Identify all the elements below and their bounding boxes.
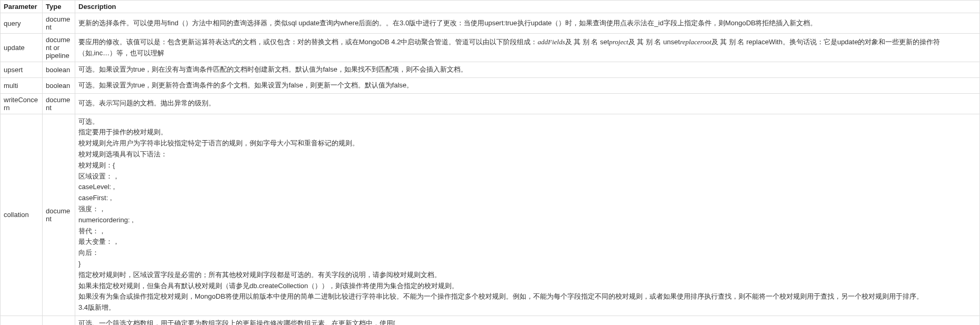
- type-cell: document or pipeline: [43, 34, 75, 62]
- desc-text: 要应用的修改。该值可以是：包含更新运算符表达式的文档，或仅包含：对的替换文档，或…: [78, 38, 538, 46]
- type-cell: document: [43, 13, 75, 34]
- header-parameter: Parameter: [1, 1, 43, 13]
- table-row: update document or pipeline 要应用的修改。该值可以是…: [1, 34, 980, 62]
- desc-cell: 可选。表示写问题的文档。抛出异常的级别。: [75, 93, 980, 114]
- param-cell: upsert: [1, 62, 43, 78]
- type-cell: boolean: [43, 77, 75, 93]
- param-cell: query: [1, 13, 43, 34]
- table-row: query document 更新的选择条件。可以使用与find（）方法中相同的…: [1, 13, 980, 34]
- table-row: upsert boolean 可选。如果设置为true，则在没有与查询条件匹配的…: [1, 62, 980, 78]
- desc-cell: 可选。如果设置为true，则更新符合查询条件的多个文档。如果设置为false，则…: [75, 77, 980, 93]
- table-row: writeConcern document 可选。表示写问题的文档。抛出异常的级…: [1, 93, 980, 114]
- desc-cell: 更新的选择条件。可以使用与find（）方法中相同的查询选择器，类似sql upd…: [75, 13, 980, 34]
- param-cell: arrayFilters: [1, 316, 43, 325]
- param-cell: writeConcern: [1, 93, 43, 114]
- desc-text: 及 其 别 名 unset: [628, 38, 680, 46]
- stage-project: project: [609, 38, 628, 46]
- desc-cell: 可选。一个筛选文档数组，用于确定要为数组字段上的更新操作修改哪些数组元素。在更新…: [75, 316, 980, 325]
- param-cell: multi: [1, 77, 43, 93]
- header-row: Parameter Type Description: [1, 1, 980, 13]
- desc-line: 可选。一个筛选文档数组，用于确定要为数组字段上的更新操作修改哪些数组元素。在更新…: [78, 318, 976, 325]
- desc-cell: 可选。如果设置为true，则在没有与查询条件匹配的文档时创建新文档。默认值为fa…: [75, 62, 980, 78]
- param-cell: update: [1, 34, 43, 62]
- type-cell: array: [43, 316, 75, 325]
- header-description: Description: [75, 1, 980, 13]
- table-row: collation document 可选。 指定要用于操作的校对规则。 校对规…: [1, 114, 980, 316]
- stage-addfields: addFields: [538, 38, 565, 46]
- desc-cell: 要应用的修改。该值可以是：包含更新运算符表达式的文档，或仅包含：对的替换文档，或…: [75, 34, 980, 62]
- desc-cell: 可选。 指定要用于操作的校对规则。 校对规则允许用户为字符串比较指定特定于语言的…: [75, 114, 980, 316]
- desc-text: 及 其 别 名 set: [565, 38, 609, 46]
- header-type: Type: [43, 1, 75, 13]
- type-cell: boolean: [43, 62, 75, 78]
- parameters-table: Parameter Type Description query documen…: [0, 0, 980, 325]
- param-cell: collation: [1, 114, 43, 316]
- type-cell: document: [43, 114, 75, 316]
- stage-replaceroot: replaceroot: [680, 38, 712, 46]
- table-row: multi boolean 可选。如果设置为true，则更新符合查询条件的多个文…: [1, 77, 980, 93]
- type-cell: document: [43, 93, 75, 114]
- table-row: arrayFilters array 可选。一个筛选文档数组，用于确定要为数组字…: [1, 316, 980, 325]
